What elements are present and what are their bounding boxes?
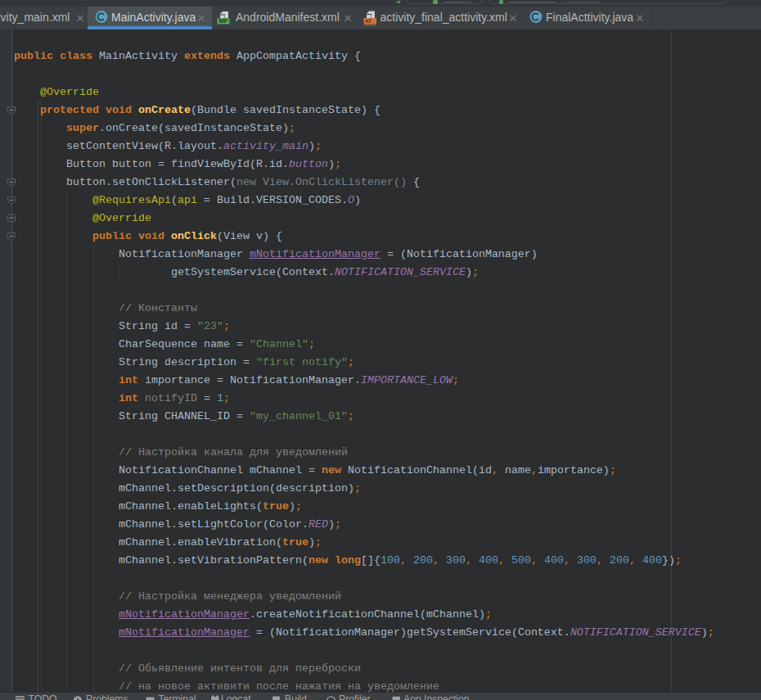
svg-text:MF: MF <box>219 17 228 25</box>
svg-text:</: </ <box>366 17 371 25</box>
